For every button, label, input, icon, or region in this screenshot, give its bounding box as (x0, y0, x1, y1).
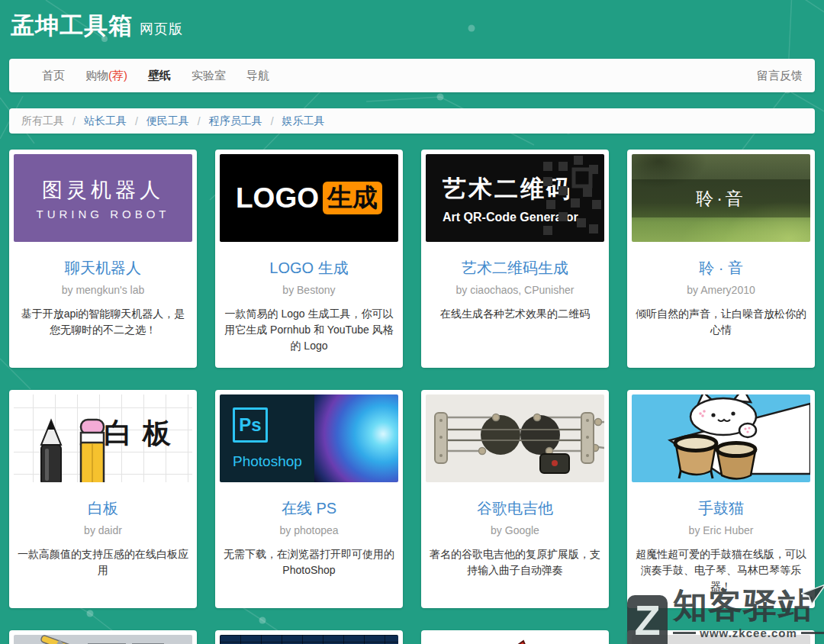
zkcee-watermark: Z 知客驿站 www.zkcee.com (627, 588, 824, 644)
photo-caption-band: 聆·音 (632, 179, 810, 217)
zkcee-logo: Z (627, 595, 668, 644)
tool-title-link[interactable]: 手鼓猫 (632, 498, 810, 519)
site-name: 孟坤工具箱 (11, 10, 133, 42)
photoshop-panel: PsPhotoshop (220, 394, 314, 482)
tool-thumbnail: LOGO生成 (220, 154, 398, 242)
tool-description: 无需下载，在浏览器打开即可使用的 PhotoShop (220, 546, 398, 578)
site-subtitle: 网页版 (140, 20, 183, 38)
nav-item-label: 导航 (246, 69, 269, 82)
tool-thumbnail: 艺术二维码Art QR-Code Generator (426, 154, 604, 242)
tool-thumbnail: 聆·音 (632, 154, 810, 242)
photoshop-label: Photoshop (233, 453, 314, 470)
tool-card-partial-2[interactable] (421, 630, 609, 644)
nav-item-label: 壁纸 (148, 69, 171, 82)
tool-description: 一款简易的 Logo 生成工具，你可以用它生成 Pornhub 和 YouTub… (220, 306, 398, 354)
tool-card[interactable]: LOGO生成 LOGO 生成 by Bestony 一款简易的 Logo 生成工… (215, 150, 403, 368)
nav-item-feedback[interactable]: 留言反馈 (757, 69, 803, 83)
filter-separator: / (198, 115, 201, 127)
nav-item-2[interactable]: 壁纸 (148, 69, 171, 83)
swirl-artwork (314, 394, 398, 482)
tool-thumbnail (14, 635, 192, 644)
nav-items: 首页购物(荐)壁纸实验室导航 (21, 69, 269, 83)
filter-link-4[interactable]: 娱乐工具 (282, 114, 325, 128)
tool-author: by daidr (14, 524, 192, 536)
filter-separator: / (135, 115, 138, 127)
main-navbar: 首页购物(荐)壁纸实验室导航 留言反馈 (9, 59, 815, 92)
crane-doodle (14, 635, 192, 644)
tool-author: by Amery2010 (632, 284, 810, 296)
tool-description: 一款高颜值的支持压感的在线白板应用 (14, 546, 192, 578)
filter-separator: / (271, 115, 274, 127)
bongo-cat-illustration (632, 394, 810, 482)
nav-item-3[interactable]: 实验室 (192, 69, 226, 83)
tool-card[interactable]: 图灵机器人TURING ROBOT 聊天机器人 by mengkun's lab… (9, 150, 197, 368)
nav-item-0[interactable]: 首页 (42, 69, 65, 83)
photo-caption: 聆·音 (696, 187, 746, 211)
tool-author: by Bestony (220, 284, 398, 296)
paper-plane-icon (801, 584, 824, 606)
paper-bird-doodle (426, 635, 604, 644)
nav-item-label: 购物 (85, 69, 108, 82)
tool-title-link[interactable]: 在线 PS (220, 498, 398, 519)
tool-description: 基于开放api的智能聊天机器人，是您无聊时的不二之选！ (14, 306, 192, 338)
guitar-doodle (426, 394, 604, 482)
tool-thumbnail (632, 394, 810, 482)
nav-item-4[interactable]: 导航 (246, 69, 269, 83)
tool-description: 著名的谷歌电吉他的复原扩展版，支持输入曲子自动弹奏 (426, 546, 604, 578)
dash-right (801, 632, 824, 634)
tool-author: by Eric Huber (632, 524, 810, 536)
tool-author: by Google (426, 524, 604, 536)
tool-title-link[interactable]: 白板 (14, 498, 192, 519)
logo-word: LOGO (236, 182, 319, 214)
nav-item-1[interactable]: 购物(荐) (85, 69, 127, 83)
tool-thumbnail: 白板 (14, 394, 192, 482)
zkcee-url-row: www.zkcee.com (673, 626, 824, 639)
tool-thumbnail (426, 394, 604, 482)
filter-link-2[interactable]: 便民工具 (146, 114, 189, 128)
site-header: 孟坤工具箱 网页版 (0, 0, 824, 42)
tools-grid: 图灵机器人TURING ROBOT 聊天机器人 by mengkun's lab… (9, 150, 815, 644)
tool-title-link[interactable]: 聆 · 音 (632, 258, 810, 279)
filter-link-1[interactable]: 站长工具 (84, 114, 127, 128)
tool-card[interactable]: 艺术二维码Art QR-Code Generator 艺术二维码生成 by ci… (421, 150, 609, 368)
ps-badge: Ps (233, 407, 268, 443)
tool-title-link[interactable]: 谷歌电吉他 (426, 498, 604, 519)
tool-thumbnail (220, 635, 398, 644)
dash-left (673, 632, 696, 634)
tool-title-link[interactable]: 聊天机器人 (14, 258, 192, 279)
tool-card-partial-1[interactable] (215, 630, 403, 644)
tool-card-partial-0[interactable] (9, 630, 197, 644)
tool-thumbnail (426, 635, 604, 644)
tool-thumbnail: PsPhotoshop (220, 394, 398, 482)
logo-badge: 生成 (323, 182, 382, 214)
tool-author: by mengkun's lab (14, 284, 192, 296)
zkcee-logo-letter: Z (634, 595, 660, 644)
nav-item-label: 首页 (42, 69, 65, 82)
page-title: 孟坤工具箱 网页版 (11, 10, 824, 42)
tool-card[interactable]: PsPhotoshop 在线 PS by photopea 无需下载，在浏览器打… (215, 390, 403, 608)
zkcee-text-block: 知客驿站 www.zkcee.com (673, 588, 824, 644)
tool-card[interactable]: 谷歌电吉他 by Google 著名的谷歌电吉他的复原扩展版，支持输入曲子自动弹… (421, 390, 609, 608)
whiteboard-logo-text: 白板 (104, 414, 182, 452)
tool-logo-text: 图灵机器人 (42, 176, 164, 204)
tool-card[interactable]: 手鼓猫 by Eric Huber 超魔性超可爱的手鼓猫在线版，可以演奏手鼓、电… (627, 390, 815, 608)
tool-author: by photopea (220, 524, 398, 536)
tool-logo-subtext: TURING ROBOT (37, 208, 170, 221)
qr-pattern-decoration (539, 154, 604, 242)
zkcee-url: www.zkcee.com (700, 626, 797, 639)
tool-card[interactable]: 白板 白板 by daidr 一款高颜值的支持压感的在线白板应用 (9, 390, 197, 608)
tool-description: 在线生成各种艺术效果的二维码 (426, 306, 604, 322)
category-filterbar: 所有工具/站长工具/便民工具/程序员工具/娱乐工具 (9, 108, 815, 134)
filter-separator: / (72, 115, 76, 127)
nav-item-badge: (荐) (108, 69, 127, 82)
nav-item-label: 实验室 (192, 69, 226, 82)
tool-description: 倾听自然的声音，让白噪音放松你的心情 (632, 306, 810, 338)
tool-title-link[interactable]: LOGO 生成 (220, 258, 398, 279)
tool-card[interactable]: 聆·音 聆 · 音 by Amery2010 倾听自然的声音，让白噪音放松你的心… (627, 150, 815, 368)
tool-author: by ciaochaos, CPunisher (426, 284, 604, 296)
tool-thumbnail: 图灵机器人TURING ROBOT (14, 154, 192, 242)
tool-title-link[interactable]: 艺术二维码生成 (426, 258, 604, 279)
filter-link-3[interactable]: 程序员工具 (209, 114, 262, 128)
filter-link-0[interactable]: 所有工具 (21, 114, 64, 128)
